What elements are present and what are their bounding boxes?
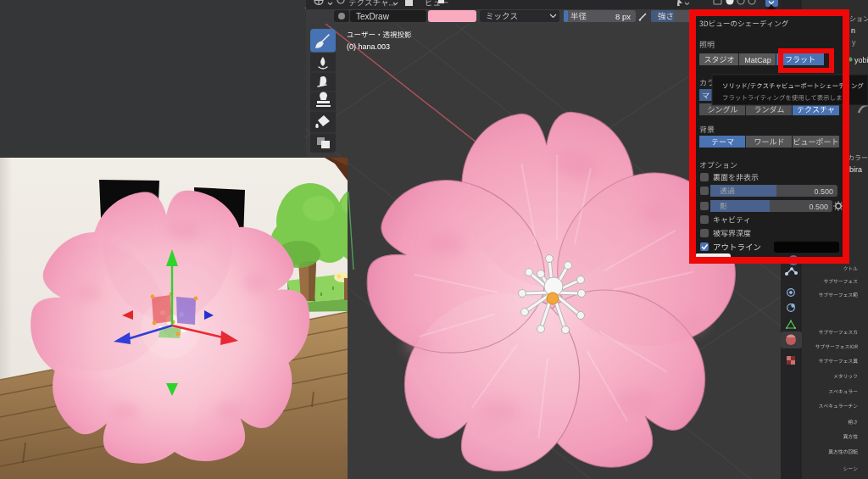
svg-text:0.500: 0.500 [814, 187, 833, 196]
svg-text:(0) hana.003: (0) hana.003 [347, 42, 390, 51]
svg-text:yobi: yobi [854, 56, 868, 64]
svg-text:TexDraw: TexDraw [356, 12, 390, 21]
svg-text:bira: bira [849, 165, 862, 174]
svg-text:MatCap: MatCap [744, 56, 771, 64]
svg-text:0.500: 0.500 [809, 203, 828, 211]
svg-text:y: y [852, 38, 856, 47]
svg-text:8 px: 8 px [615, 12, 631, 21]
svg-text:n: n [851, 26, 855, 35]
